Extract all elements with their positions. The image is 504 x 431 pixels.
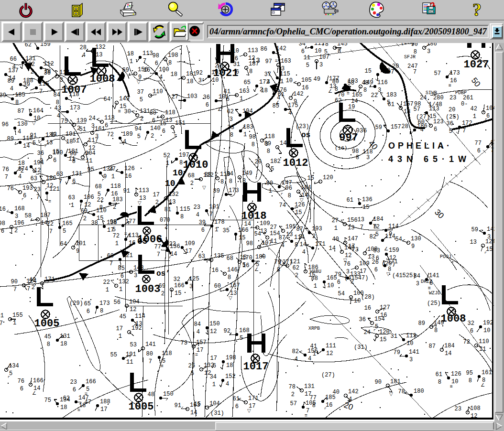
svg-text:10: 10 — [354, 298, 361, 304]
svg-text:113: 113 — [128, 232, 139, 239]
svg-text:104: 104 — [129, 299, 140, 305]
svg-text:15: 15 — [380, 336, 386, 343]
svg-text:=: = — [77, 408, 80, 413]
svg-text:82: 82 — [292, 348, 299, 355]
svg-text:7: 7 — [59, 179, 62, 185]
svg-text:98: 98 — [0, 220, 5, 227]
svg-text:48: 48 — [148, 391, 154, 398]
svg-text:⌜: ⌜ — [485, 118, 487, 123]
svg-text:16: 16 — [302, 85, 308, 91]
svg-text:16: 16 — [364, 305, 371, 312]
svg-text:13: 13 — [135, 321, 142, 327]
svg-text:∠: ∠ — [384, 246, 388, 251]
svg-text:14: 14 — [244, 221, 251, 227]
svg-text:147: 147 — [282, 180, 292, 186]
svg-text:4: 4 — [10, 86, 13, 92]
svg-text:23: 23 — [34, 186, 41, 193]
svg-text:121: 121 — [122, 252, 133, 259]
svg-text:149: 149 — [363, 79, 373, 86]
svg-text:171: 171 — [44, 276, 55, 283]
svg-text:117: 117 — [88, 137, 99, 144]
svg-text:5: 5 — [449, 128, 452, 135]
svg-text:10: 10 — [315, 48, 321, 54]
svg-text:4: 4 — [123, 139, 126, 145]
svg-text:17: 17 — [210, 355, 217, 362]
svg-text:24: 24 — [364, 329, 371, 336]
svg-text:180: 180 — [255, 254, 266, 260]
svg-text:6: 6 — [213, 363, 216, 369]
svg-text:17: 17 — [100, 406, 107, 413]
svg-text:51: 51 — [0, 312, 4, 319]
svg-text:150: 150 — [209, 321, 220, 327]
svg-text:5: 5 — [240, 335, 243, 342]
svg-text:79: 79 — [394, 349, 400, 356]
svg-text:6: 6 — [376, 255, 379, 262]
svg-text:142: 142 — [348, 388, 359, 395]
svg-text:183: 183 — [112, 196, 123, 203]
svg-text:22: 22 — [371, 92, 378, 99]
svg-text:89: 89 — [205, 172, 211, 178]
svg-text:1005: 1005 — [34, 318, 60, 330]
svg-text:188: 188 — [100, 399, 110, 405]
svg-text:17: 17 — [153, 192, 160, 198]
svg-text:157: 157 — [403, 101, 414, 108]
svg-text:149: 149 — [119, 96, 130, 102]
svg-text:187: 187 — [40, 212, 51, 219]
svg-text:81: 81 — [164, 206, 171, 213]
svg-text:84: 84 — [414, 273, 420, 280]
svg-text:156: 156 — [138, 66, 148, 73]
svg-text:4: 4 — [349, 396, 352, 403]
svg-text:131: 131 — [304, 383, 315, 390]
svg-text:3: 3 — [134, 272, 137, 279]
svg-text:140: 140 — [150, 125, 161, 132]
svg-text:109: 109 — [260, 220, 270, 227]
svg-text:8: 8 — [15, 99, 19, 106]
svg-text:68: 68 — [188, 172, 195, 179]
svg-text:113: 113 — [104, 115, 115, 121]
svg-text:2: 2 — [161, 291, 164, 297]
svg-text:63: 63 — [198, 253, 205, 260]
svg-text:6: 6 — [235, 403, 239, 410]
svg-text:197: 197 — [262, 240, 272, 247]
svg-text:1: 1 — [212, 381, 216, 388]
svg-text:121: 121 — [290, 259, 300, 265]
svg-text:95: 95 — [88, 166, 94, 173]
svg-text:4: 4 — [82, 52, 86, 59]
svg-text:98: 98 — [249, 134, 256, 140]
svg-text:8: 8 — [295, 242, 298, 248]
svg-text:149: 149 — [242, 170, 252, 177]
svg-text:141: 141 — [145, 341, 156, 348]
svg-text:142: 142 — [293, 91, 304, 97]
svg-text:52: 52 — [164, 152, 170, 159]
svg-text:109: 109 — [359, 260, 370, 267]
svg-text:7: 7 — [209, 211, 213, 218]
svg-text:181: 181 — [186, 71, 197, 77]
svg-text:126: 126 — [451, 371, 461, 377]
svg-text:7: 7 — [39, 88, 43, 95]
svg-text:165: 165 — [352, 92, 362, 98]
svg-text:≡: ≡ — [118, 108, 121, 114]
svg-text:9: 9 — [411, 243, 415, 250]
svg-text:33: 33 — [228, 124, 234, 131]
svg-text:⌜: ⌜ — [169, 256, 171, 261]
svg-text:13: 13 — [96, 52, 102, 58]
svg-text:43: 43 — [50, 131, 57, 138]
svg-text:125: 125 — [189, 276, 199, 282]
svg-text:64: 64 — [60, 241, 67, 248]
svg-text:13: 13 — [165, 117, 172, 124]
svg-text:14: 14 — [9, 75, 15, 82]
svg-text:168: 168 — [14, 205, 25, 212]
svg-text:59: 59 — [375, 124, 382, 131]
svg-text:6: 6 — [73, 387, 76, 393]
svg-text:13: 13 — [358, 216, 364, 223]
svg-text:118: 118 — [110, 183, 121, 190]
svg-text:151: 151 — [175, 120, 186, 127]
svg-text:2: 2 — [312, 233, 316, 240]
svg-text:3: 3 — [189, 283, 193, 290]
svg-text:6: 6 — [236, 69, 239, 75]
svg-text:15: 15 — [194, 401, 201, 408]
svg-text:131: 131 — [72, 171, 82, 177]
svg-text:8: 8 — [220, 179, 224, 185]
svg-text:15: 15 — [307, 175, 314, 182]
svg-text:18: 18 — [127, 51, 134, 57]
